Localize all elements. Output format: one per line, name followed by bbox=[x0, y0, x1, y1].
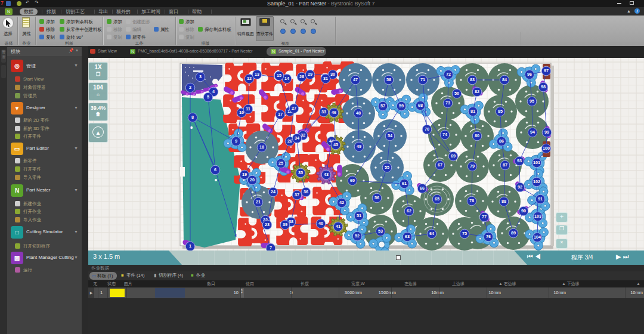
svg-text:96: 96 bbox=[527, 72, 532, 77]
svg-text:62: 62 bbox=[407, 208, 411, 214]
svg-text:56: 56 bbox=[374, 195, 379, 200]
svg-text:49: 49 bbox=[357, 144, 361, 149]
svg-text:45: 45 bbox=[333, 142, 338, 147]
svg-text:51: 51 bbox=[357, 213, 361, 218]
svg-text:104: 104 bbox=[534, 234, 541, 240]
svg-text:67: 67 bbox=[438, 162, 442, 168]
svg-text:103: 103 bbox=[534, 214, 541, 219]
svg-text:9: 9 bbox=[235, 138, 237, 144]
svg-text:59: 59 bbox=[399, 103, 404, 109]
svg-text:7: 7 bbox=[270, 245, 272, 250]
svg-text:76: 76 bbox=[486, 234, 491, 239]
svg-text:60: 60 bbox=[350, 178, 355, 183]
svg-text:23: 23 bbox=[265, 222, 270, 227]
svg-text:21: 21 bbox=[256, 199, 261, 205]
svg-text:78: 78 bbox=[469, 198, 474, 203]
svg-text:13: 13 bbox=[255, 72, 259, 77]
svg-text:25: 25 bbox=[278, 160, 283, 166]
svg-text:98: 98 bbox=[541, 84, 546, 89]
svg-text:19: 19 bbox=[242, 172, 247, 177]
svg-text:47: 47 bbox=[353, 77, 358, 82]
svg-text:74: 74 bbox=[442, 132, 447, 137]
svg-text:50: 50 bbox=[454, 91, 459, 96]
svg-text:58: 58 bbox=[386, 77, 391, 82]
svg-text:20: 20 bbox=[250, 177, 255, 183]
svg-text:99: 99 bbox=[544, 129, 549, 135]
svg-text:66: 66 bbox=[420, 185, 425, 191]
svg-text:33: 33 bbox=[321, 109, 326, 115]
svg-text:35: 35 bbox=[298, 170, 303, 175]
svg-text:42: 42 bbox=[339, 200, 344, 205]
svg-text:11: 11 bbox=[246, 106, 250, 112]
svg-text:10: 10 bbox=[239, 110, 244, 115]
svg-text:79: 79 bbox=[470, 163, 475, 169]
svg-text:48: 48 bbox=[356, 110, 361, 116]
svg-text:43: 43 bbox=[324, 172, 329, 177]
svg-text:29: 29 bbox=[308, 72, 312, 77]
svg-text:31: 31 bbox=[323, 76, 328, 81]
svg-text:6: 6 bbox=[214, 167, 216, 172]
svg-text:65: 65 bbox=[435, 196, 439, 202]
svg-text:63: 63 bbox=[405, 234, 410, 239]
svg-text:75: 75 bbox=[462, 231, 467, 236]
svg-text:100: 100 bbox=[543, 146, 550, 151]
svg-text:34: 34 bbox=[295, 135, 299, 141]
svg-text:61: 61 bbox=[402, 181, 407, 186]
svg-text:87: 87 bbox=[503, 162, 507, 168]
svg-text:46: 46 bbox=[332, 110, 336, 115]
svg-text:88: 88 bbox=[501, 199, 506, 204]
svg-text:8: 8 bbox=[191, 115, 194, 120]
svg-text:40: 40 bbox=[318, 221, 323, 226]
svg-text:3: 3 bbox=[199, 74, 202, 79]
svg-text:95: 95 bbox=[530, 98, 534, 104]
svg-text:36: 36 bbox=[304, 189, 308, 194]
svg-text:68: 68 bbox=[418, 103, 423, 108]
svg-text:24: 24 bbox=[271, 189, 275, 194]
svg-text:89: 89 bbox=[511, 230, 516, 236]
svg-text:53: 53 bbox=[378, 228, 383, 234]
svg-text:30: 30 bbox=[330, 72, 335, 77]
svg-text:57: 57 bbox=[380, 103, 385, 109]
svg-text:5: 5 bbox=[207, 94, 209, 100]
svg-text:37: 37 bbox=[295, 192, 299, 197]
svg-text:15: 15 bbox=[277, 73, 281, 78]
svg-text:93: 93 bbox=[517, 158, 522, 163]
svg-text:101: 101 bbox=[533, 160, 540, 165]
svg-text:85: 85 bbox=[498, 109, 503, 114]
svg-text:69: 69 bbox=[451, 153, 456, 159]
svg-text:17: 17 bbox=[278, 112, 283, 117]
svg-text:1: 1 bbox=[189, 243, 191, 249]
svg-text:55: 55 bbox=[385, 165, 389, 170]
svg-text:14: 14 bbox=[284, 76, 289, 81]
svg-text:91: 91 bbox=[538, 196, 543, 202]
svg-text:41: 41 bbox=[336, 224, 340, 229]
svg-text:83: 83 bbox=[470, 77, 475, 82]
svg-text:72: 72 bbox=[446, 72, 451, 77]
svg-text:86: 86 bbox=[499, 138, 504, 144]
svg-text:71: 71 bbox=[420, 77, 425, 82]
svg-text:77: 77 bbox=[482, 214, 487, 219]
svg-text:27: 27 bbox=[292, 106, 296, 111]
svg-text:73: 73 bbox=[445, 100, 450, 106]
svg-text:97: 97 bbox=[544, 68, 549, 73]
svg-text:4: 4 bbox=[212, 89, 215, 94]
svg-text:90: 90 bbox=[521, 208, 526, 214]
svg-text:80: 80 bbox=[475, 133, 479, 138]
svg-text:39: 39 bbox=[283, 222, 287, 227]
svg-text:70: 70 bbox=[425, 126, 429, 132]
svg-text:84: 84 bbox=[502, 77, 507, 82]
svg-text:54: 54 bbox=[388, 133, 392, 138]
svg-text:81: 81 bbox=[470, 109, 475, 114]
svg-text:64: 64 bbox=[429, 231, 434, 236]
svg-text:94: 94 bbox=[530, 129, 535, 135]
svg-text:92: 92 bbox=[518, 184, 522, 190]
svg-text:26: 26 bbox=[287, 138, 292, 144]
svg-text:28: 28 bbox=[299, 74, 304, 79]
svg-text:82: 82 bbox=[475, 89, 479, 94]
svg-text:52: 52 bbox=[355, 233, 360, 239]
svg-text:102: 102 bbox=[533, 179, 540, 184]
svg-text:2: 2 bbox=[189, 85, 191, 90]
svg-text:12: 12 bbox=[247, 76, 252, 81]
svg-text:18: 18 bbox=[259, 144, 264, 150]
